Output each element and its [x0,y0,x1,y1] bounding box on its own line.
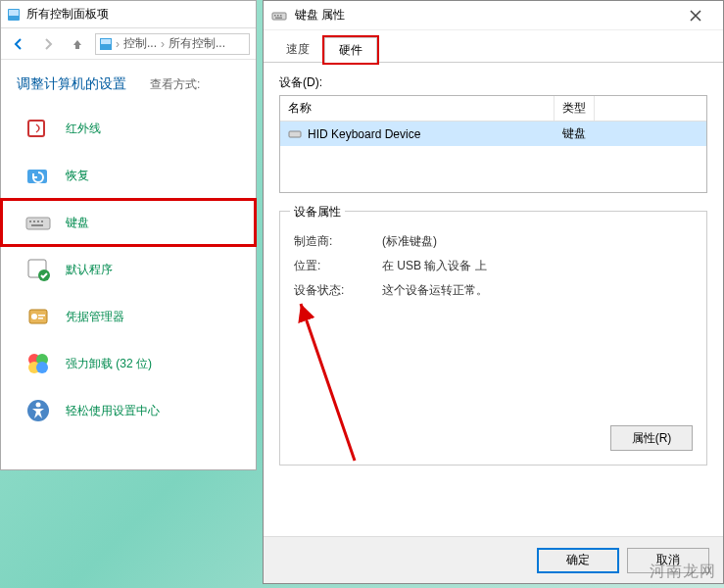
chevron-right-icon: › [161,37,165,51]
cp-header: 调整计算机的设置 查看方式: [1,60,256,101]
svg-rect-9 [37,220,39,222]
keyboard-icon [271,8,287,24]
back-button[interactable] [7,32,30,56]
dlg-title-text: 键盘 属性 [295,7,345,24]
device-name: HID Keyboard Device [308,127,420,141]
prop-status: 设备状态: 这个设备运转正常。 [294,282,693,299]
tab-body: 设备(D): 名称 类型 HID Keyboard Device 键盘 设备属性… [264,63,723,477]
cp-title-text: 所有控制面板项 [26,6,109,23]
credentials-icon [24,303,52,330]
keyboard-properties-dialog: 键盘 属性 速度 硬件 设备(D): 名称 类型 HID Keyboard De… [263,0,724,584]
prop-key: 制造商: [294,233,382,250]
chevron-right-icon: › [116,37,120,51]
cp-item-recovery[interactable]: 恢复 [1,152,256,199]
dlg-titlebar: 键盘 属性 [264,1,723,30]
keyboard-icon [288,127,302,141]
list-header: 名称 类型 [280,96,706,122]
svg-rect-27 [280,15,282,17]
tab-hardware[interactable]: 硬件 [324,37,377,63]
svg-rect-25 [274,15,276,17]
svg-rect-16 [38,315,45,317]
cp-heading: 调整计算机的设置 [17,75,126,93]
close-icon [690,10,701,22]
cp-item-credentials[interactable]: 凭据管理器 [1,293,256,340]
up-button[interactable] [66,32,89,56]
svg-rect-11 [31,224,43,226]
crumb-part[interactable]: 控制... [123,35,157,52]
control-panel-window: 所有控制面板项 › 控制... › 所有控制... 调整计算机的设置 查看方式:… [0,0,257,470]
prop-key: 设备状态: [294,282,382,299]
prop-value: 在 USB 输入设备 上 [382,258,487,274]
default-programs-icon [24,256,52,283]
devices-label: 设备(D): [279,74,707,91]
devices-list[interactable]: 名称 类型 HID Keyboard Device 键盘 [279,95,707,193]
cp-item-label: 轻松使用设置中心 [66,403,160,419]
cp-item-label: 凭据管理器 [66,309,124,325]
cp-nav: › 控制... › 所有控制... [1,28,256,60]
col-type[interactable]: 类型 [555,96,595,121]
col-name[interactable]: 名称 [280,96,555,121]
btn-label: 确定 [566,552,590,568]
svg-point-15 [31,314,37,319]
cp-viewmode-label: 查看方式: [150,76,200,93]
svg-point-21 [36,362,48,373]
tabs: 速度 硬件 [264,30,723,63]
svg-rect-28 [275,17,282,18]
tab-label: 硬件 [339,43,362,57]
btn-label: 属性(R) [632,430,672,447]
fieldset-legend: 设备属性 [290,204,345,220]
prop-key: 位置: [294,258,382,274]
svg-rect-1 [9,10,19,16]
svg-rect-7 [29,220,31,222]
svg-rect-26 [277,15,279,17]
svg-rect-4 [28,121,44,136]
device-type: 键盘 [555,122,594,146]
svg-point-23 [36,403,41,408]
properties-button[interactable]: 属性(R) [610,425,693,451]
cp-item-keyboard[interactable]: 键盘 [1,199,256,246]
cp-titlebar: 所有控制面板项 [1,1,256,28]
cp-item-uninstaller[interactable]: 强力卸载 (32 位) [1,340,256,387]
cp-item-default-programs[interactable]: 默认程序 [1,246,256,293]
svg-rect-10 [41,220,43,222]
uninstaller-icon [24,350,52,377]
svg-rect-3 [101,39,111,44]
prop-manufacturer: 制造商: (标准键盘) [294,233,693,250]
cp-item-ease-of-access[interactable]: 轻松使用设置中心 [1,387,256,434]
cp-item-label: 默认程序 [66,262,113,278]
control-panel-icon [100,38,112,50]
prop-value: (标准键盘) [382,233,437,250]
infrared-icon [24,115,52,142]
svg-rect-17 [38,318,43,319]
svg-rect-8 [33,220,35,222]
forward-button[interactable] [36,32,60,56]
recovery-icon [24,162,52,189]
list-item[interactable]: HID Keyboard Device 键盘 [280,122,706,146]
tab-label: 速度 [286,42,310,56]
svg-rect-6 [26,218,50,229]
cp-item-label: 恢复 [66,168,89,184]
watermark: 河南龙网 [650,562,716,582]
crumb-part[interactable]: 所有控制... [169,35,225,52]
cp-items: 红外线 恢复 键盘 默认程序 凭据管理器 强力卸载 (32 位) 轻松使用设置中… [1,101,256,438]
keyboard-icon [24,209,52,236]
cp-item-label: 强力卸载 (32 位) [66,356,152,372]
control-panel-icon [7,8,21,22]
ease-of-access-icon [24,397,52,424]
prop-value: 这个设备运转正常。 [382,282,488,299]
prop-location: 位置: 在 USB 输入设备 上 [294,258,693,274]
cp-item-label: 红外线 [66,121,101,137]
ok-button[interactable]: 确定 [537,548,619,573]
breadcrumb[interactable]: › 控制... › 所有控制... [95,33,250,55]
close-button[interactable] [676,2,715,29]
cp-item-infrared[interactable]: 红外线 [1,105,256,152]
device-properties-group: 设备属性 制造商: (标准键盘) 位置: 在 USB 输入设备 上 设备状态: … [279,211,707,466]
tab-speed[interactable]: 速度 [271,36,324,62]
cp-item-label: 键盘 [66,215,89,231]
svg-rect-29 [289,131,301,137]
